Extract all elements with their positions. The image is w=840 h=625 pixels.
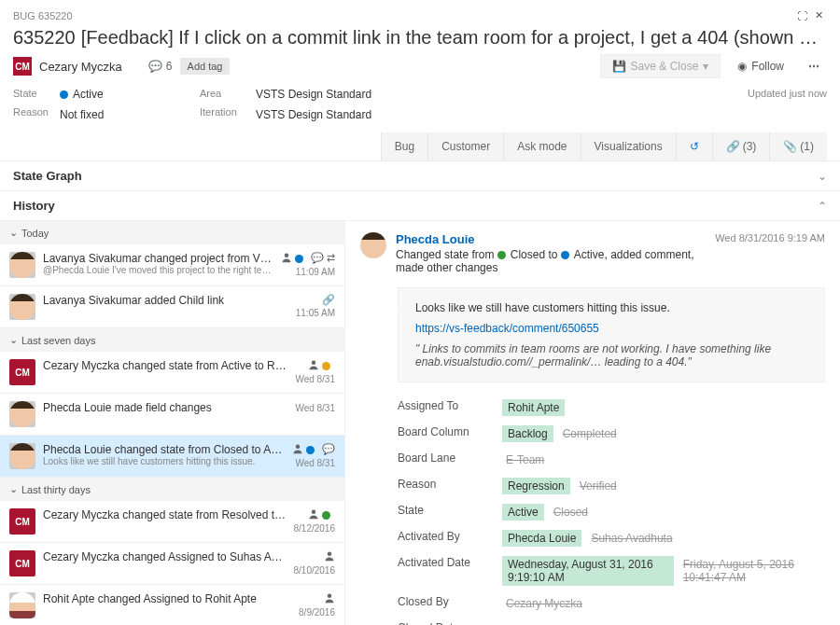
field-change-label: Board Column — [398, 425, 491, 442]
old-value: Suhas Avadhuta — [587, 530, 676, 547]
history-item[interactable]: Phecda Louie made field changes Wed 8/31 — [0, 394, 344, 436]
history-item-time: 8/9/2016 — [299, 607, 335, 618]
old-value: Friday, August 12, 2016 10:44:42 AM — [502, 621, 693, 625]
svg-point-5 — [328, 594, 332, 599]
dot-orange-icon — [322, 359, 335, 372]
detail-avatar — [360, 232, 386, 258]
more-actions-button[interactable]: ⋯ — [801, 55, 827, 77]
history-detail: Phecda Louie Changed state from Closed t… — [345, 221, 840, 625]
field-change-label: State — [398, 504, 491, 521]
work-item-title[interactable]: [Feedback] If I click on a commit link i… — [81, 27, 827, 49]
history-item-subtext: @Phecda Louie I've moved this project to… — [43, 265, 273, 275]
avatar — [9, 443, 35, 469]
tab-visualizations[interactable]: Visualizations — [581, 132, 676, 160]
person-icon — [308, 508, 319, 521]
group-last-thirty-days[interactable]: ⌄Last thirty days — [0, 478, 344, 501]
old-value: Friday, August 5, 2016 10:41:47 AM — [679, 556, 825, 586]
detail-author[interactable]: Phecda Louie — [396, 232, 706, 246]
dot-blue-icon — [295, 252, 308, 265]
detail-summary: Changed state from Closed to Active, add… — [396, 248, 706, 274]
follow-button[interactable]: ◉ Follow — [728, 55, 793, 77]
group-last-seven-days[interactable]: ⌄Last seven days — [0, 328, 344, 352]
chevron-down-icon[interactable]: ⌄ — [818, 170, 827, 183]
dot-blue-icon — [306, 443, 319, 456]
tab-bug[interactable]: Bug — [381, 132, 427, 160]
assignee-avatar[interactable]: CM — [13, 57, 32, 76]
history-item-text: Rohit Apte changed Assigned to Rohit Apt… — [43, 592, 291, 605]
comment-quote: " Links to commits in team rooms are not… — [415, 342, 807, 368]
section-state-graph[interactable]: State Graph — [13, 169, 82, 183]
field-change-label: Activated By — [398, 530, 491, 547]
new-value: Rohit Apte — [502, 399, 565, 416]
history-item[interactable]: CM Cezary Myczka changed state from Reso… — [0, 501, 344, 543]
section-history[interactable]: History — [13, 199, 55, 213]
person-icon — [308, 359, 319, 372]
close-icon[interactable]: ✕ — [811, 7, 827, 23]
history-item[interactable]: Lavanya Sivakumar changed project from V… — [0, 244, 344, 286]
history-item-text: Lavanya Sivakumar added Child link — [43, 294, 288, 307]
comment-count[interactable]: 💬 6 — [148, 60, 173, 73]
history-item[interactable]: Phecda Louie changed state from Closed t… — [0, 436, 344, 478]
field-change-value: Backlog Completed — [502, 425, 825, 442]
svg-point-4 — [328, 552, 332, 557]
svg-point-1 — [312, 361, 316, 366]
new-value: Regression — [502, 478, 570, 494]
svg-point-0 — [285, 254, 289, 258]
avatar — [9, 294, 35, 320]
add-tag-button[interactable]: Add tag — [180, 58, 231, 75]
tab-ask-mode[interactable]: Ask mode — [503, 132, 580, 160]
person-icon — [292, 443, 303, 456]
field-change-label: Closed Date — [398, 621, 491, 625]
history-item[interactable]: CM Cezary Myczka changed Assigned to Suh… — [0, 543, 344, 585]
comment-icon: 💬 — [322, 443, 335, 456]
avatar: CM — [9, 359, 35, 385]
field-change-label: Closed By — [398, 595, 491, 612]
tab-history[interactable]: ↺ — [676, 132, 712, 160]
updated-label: Updated just now — [748, 88, 827, 121]
person-icon — [281, 252, 292, 265]
comment-link[interactable]: https://vs-feedback/comment/650655 — [415, 322, 807, 335]
old-value: Verified — [576, 478, 621, 494]
tab-attachments[interactable]: 📎(1) — [769, 132, 827, 160]
iteration-value[interactable]: VSTS Design Standard — [256, 108, 442, 121]
tab-customer[interactable]: Customer — [427, 132, 503, 160]
old-value: Cezary Myczka — [502, 595, 586, 612]
history-item-subtext: Looks like we still have customers hitti… — [43, 456, 285, 466]
link-icon: 🔗 — [726, 140, 740, 153]
history-item-text: Phecda Louie made field changes — [43, 401, 287, 414]
comment-icon: 💬 — [148, 60, 162, 73]
history-icon: ↺ — [690, 140, 699, 153]
comment-text: Looks like we still have customers hitti… — [415, 301, 807, 314]
avatar: CM — [9, 550, 35, 576]
history-item[interactable]: CM Cezary Myczka changed state from Acti… — [0, 352, 344, 394]
old-value: E-Team — [502, 451, 548, 468]
reason-value[interactable]: Not fixed — [60, 108, 200, 121]
comment-box: Looks like we still have customers hitti… — [398, 287, 825, 382]
reason-label: Reason — [13, 106, 60, 118]
iteration-label: Iteration — [200, 106, 256, 118]
attachment-icon: 📎 — [783, 140, 797, 153]
state-value[interactable]: Active — [60, 88, 200, 101]
history-item-time: 8/12/2016 — [294, 523, 336, 534]
comment-icon: 💬 — [311, 252, 324, 265]
history-item[interactable]: Lavanya Sivakumar added Child link 🔗11:0… — [0, 286, 344, 328]
history-item-time: Wed 8/31 — [295, 403, 335, 413]
history-item-text: Cezary Myczka changed state from Active … — [43, 359, 287, 372]
move-icon: ⇄ — [327, 252, 335, 265]
svg-point-2 — [296, 445, 301, 450]
history-item-text: Cezary Myczka changed Assigned to Suhas … — [43, 550, 287, 563]
field-change-value: Cezary Myczka — [502, 595, 825, 612]
group-today[interactable]: ⌄Today — [0, 221, 344, 244]
history-item[interactable]: Rohit Apte changed Assigned to Rohit Apt… — [0, 585, 344, 625]
old-value: Completed — [559, 425, 621, 442]
chevron-up-icon[interactable]: ⌃ — [818, 200, 827, 213]
chevron-down-icon: ⌄ — [9, 227, 18, 239]
dot-green-icon — [322, 508, 335, 521]
assignee-name[interactable]: Cezary Myczka — [39, 60, 122, 74]
tab-links[interactable]: 🔗(3) — [712, 132, 770, 160]
chevron-down-icon: ⌄ — [9, 334, 18, 346]
area-value[interactable]: VSTS Design Standard — [256, 88, 442, 101]
field-change-value: Wednesday, August 31, 2016 9:19:10 AM Fr… — [502, 556, 825, 586]
fullscreen-icon[interactable]: ⛶ — [793, 8, 811, 23]
area-label: Area — [200, 88, 256, 99]
